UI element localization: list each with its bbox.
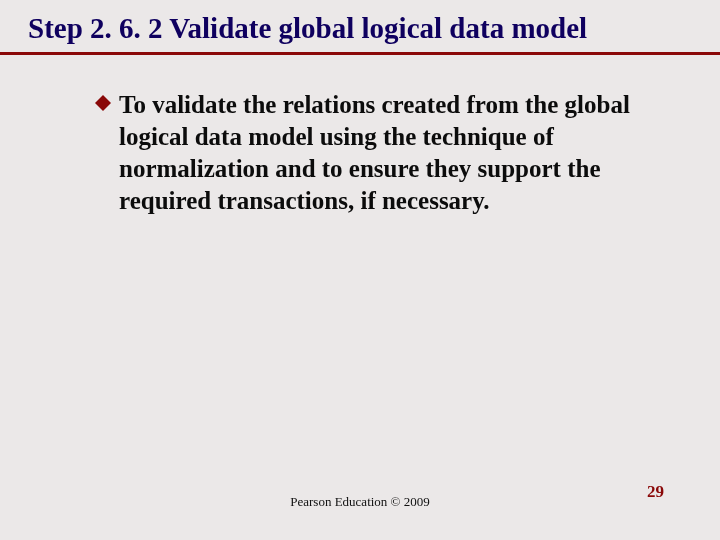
svg-marker-0 (95, 95, 111, 111)
diamond-bullet-icon (95, 95, 111, 111)
slide-body: To validate the relations created from t… (0, 55, 720, 217)
footer-credit: Pearson Education © 2009 (0, 494, 720, 510)
slide-title: Step 2. 6. 2 Validate global logical dat… (28, 10, 692, 46)
slide-number: 29 (647, 482, 664, 502)
bullet-text: To validate the relations created from t… (119, 89, 670, 217)
bullet-item: To validate the relations created from t… (95, 89, 670, 217)
